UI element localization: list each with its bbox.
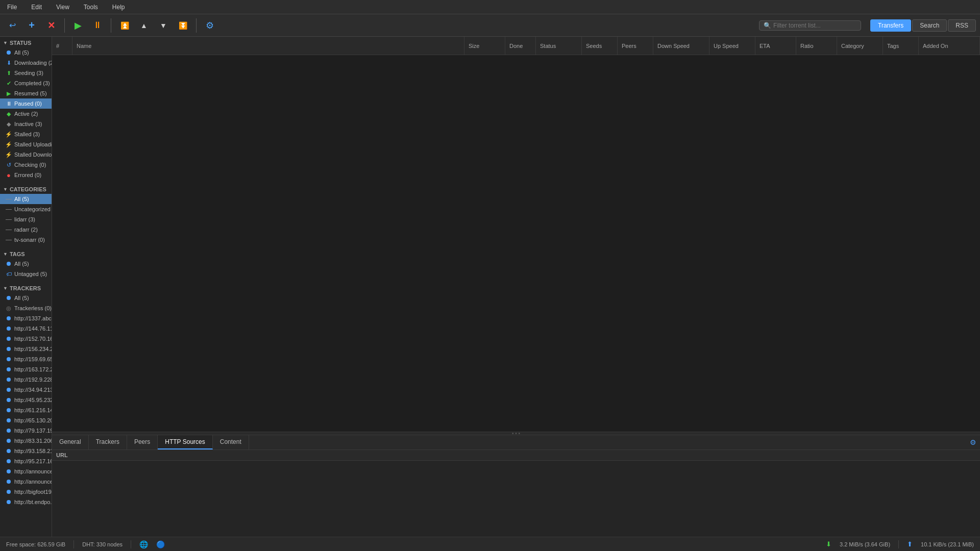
menu-file[interactable]: File — [4, 3, 20, 12]
up-speed-icon: ⬆ — [907, 540, 913, 548]
sidebar-item-cat-all[interactable]: — All (5) — [0, 194, 52, 204]
sidebar-item-tracker-13[interactable]: http://83.31.206... — [0, 436, 52, 446]
sidebar-item-inactive[interactable]: ◆ Inactive (3) — [0, 119, 52, 129]
sidebar-item-tracker-3[interactable]: http://152.70.16... — [0, 334, 52, 344]
sidebar-item-resumed[interactable]: ▶ Resumed (5) — [0, 88, 52, 98]
detail-tab-peers[interactable]: Peers — [127, 435, 158, 449]
col-header-name[interactable]: Name — [72, 37, 464, 55]
sidebar-item-tracker-1[interactable]: http://1337.abc... — [0, 313, 52, 323]
col-header-category[interactable]: Category — [837, 37, 883, 55]
sidebar-item-tracker-19[interactable]: http://bt.endpo... — [0, 497, 52, 507]
sidebar-item-stalled-upload[interactable]: ⚡ Stalled Uploadi... — [0, 139, 52, 149]
sidebar-item-inactive-label: Inactive (3) — [14, 121, 42, 127]
sidebar-item-paused[interactable]: ⏸ Paused (0) — [0, 98, 52, 109]
sidebar-item-tracker-11-label: http://65.130.20... — [14, 417, 52, 423]
menu-edit[interactable]: Edit — [28, 3, 45, 12]
col-header-size[interactable]: Size — [464, 37, 505, 55]
tracker-1-icon — [5, 315, 12, 322]
menu-tools[interactable]: Tools — [81, 3, 101, 12]
sidebar-item-completed[interactable]: ✔ Completed (3) — [0, 78, 52, 88]
sidebar-item-cat-tvsonarr[interactable]: — tv-sonarr (0) — [0, 235, 52, 245]
menu-view[interactable]: View — [53, 3, 72, 12]
pause-button[interactable]: ⏸ — [89, 17, 106, 34]
add-torrent-button[interactable]: + — [23, 17, 40, 34]
sidebar-item-tag-all[interactable]: All (5) — [0, 259, 52, 269]
sidebar-item-seeding[interactable]: ⬆ Seeding (3) — [0, 68, 52, 78]
sidebar-item-tracker-8[interactable]: http://34.94.213... — [0, 385, 52, 395]
detail-tab-trackers[interactable]: Trackers — [89, 435, 127, 449]
tracker-15-icon — [5, 458, 12, 465]
move-down-button[interactable]: ▼ — [155, 17, 172, 34]
sidebar-item-tracker-12[interactable]: http://79.137.19... — [0, 425, 52, 436]
detail-tab-http-sources[interactable]: HTTP Sources — [158, 435, 212, 449]
inactive-icon: ◆ — [5, 120, 12, 128]
col-header-done[interactable]: Done — [505, 37, 536, 55]
remove-torrent-button[interactable]: ✕ — [43, 17, 59, 34]
tags-section-header[interactable]: ▼ TAGS — [0, 248, 52, 259]
status-section-header[interactable]: ▼ STATUS — [0, 37, 52, 47]
tracker-8-icon — [5, 386, 12, 393]
tag-all-icon — [5, 260, 12, 267]
categories-section-header[interactable]: ▼ CATEGORIES — [0, 183, 52, 194]
sidebar-item-stalled-download[interactable]: ⚡ Stalled Downlo... — [0, 149, 52, 160]
sidebar-item-tracker-6[interactable]: http://163.172.2... — [0, 364, 52, 374]
sidebar-item-tracker-15[interactable]: http://95.217.16... — [0, 456, 52, 466]
sidebar-item-tracker-17[interactable]: http://announce... — [0, 477, 52, 487]
trackers-section-header[interactable]: ▼ TRACKERS — [0, 282, 52, 293]
sidebar-item-trackerless[interactable]: ◎ Trackerless (0) — [0, 303, 52, 313]
detail-settings-icon[interactable]: ⚙ — [966, 435, 980, 449]
sidebar-item-checking[interactable]: ↺ Checking (0) — [0, 160, 52, 170]
col-header-addedon[interactable]: Added On — [919, 37, 980, 55]
detail-tab-spacer — [249, 435, 966, 449]
sidebar-item-cat-radarr[interactable]: — radarr (2) — [0, 224, 52, 235]
sidebar-item-tracker-14[interactable]: http://93.158.21... — [0, 446, 52, 456]
move-bottom-button[interactable]: ⏬ — [175, 17, 191, 34]
sidebar-item-tracker-5[interactable]: http://159.69.65... — [0, 354, 52, 364]
filter-input[interactable] — [773, 22, 850, 29]
col-header-num[interactable]: # — [52, 37, 72, 55]
menu-help[interactable]: Help — [109, 3, 128, 12]
sidebar-item-cat-uncategorized[interactable]: — Uncategorized (0) — [0, 204, 52, 214]
col-header-tags[interactable]: Tags — [883, 37, 919, 55]
dht-nodes: DHT: 330 nodes — [82, 541, 122, 547]
col-header-eta[interactable]: ETA — [755, 37, 796, 55]
settings-button[interactable]: ⚙ — [202, 17, 218, 34]
sidebar-item-tracker-16[interactable]: http://announce... — [0, 466, 52, 477]
sidebar-item-tracker-10[interactable]: http://61.216.14... — [0, 405, 52, 415]
sidebar-item-tracker-4[interactable]: http://156.234.2... — [0, 344, 52, 354]
sidebar-item-errored[interactable]: ● Errored (0) — [0, 170, 52, 180]
sidebar-item-tracker-9[interactable]: http://45.95.232... — [0, 395, 52, 405]
detail-tab-content[interactable]: Content — [213, 435, 249, 449]
tab-transfers[interactable]: Transfers — [870, 19, 911, 32]
sidebar-item-tracker-1-label: http://1337.abc... — [14, 315, 52, 321]
move-top-button[interactable]: ⏫ — [116, 17, 133, 34]
col-header-peers[interactable]: Peers — [618, 37, 653, 55]
sidebar-item-tracker-2[interactable]: http://144.76.11... — [0, 323, 52, 334]
resume-button[interactable]: ▶ — [70, 17, 86, 34]
sidebar-item-tracker-18[interactable]: http://bigfoot19... — [0, 487, 52, 497]
col-header-upspeed[interactable]: Up Speed — [709, 37, 755, 55]
col-header-status[interactable]: Status — [536, 37, 582, 55]
sidebar-item-stalled[interactable]: ⚡ Stalled (3) — [0, 129, 52, 139]
tracker-5-icon — [5, 356, 12, 363]
sidebar-item-tracker-5-label: http://159.69.65... — [14, 356, 52, 362]
back-button[interactable]: ↩ — [4, 17, 20, 34]
tab-rss[interactable]: RSS — [948, 19, 976, 32]
col-header-seeds[interactable]: Seeds — [582, 37, 618, 55]
sidebar-item-all[interactable]: All (5) — [0, 47, 52, 58]
sidebar-item-tracker-11[interactable]: http://65.130.20... — [0, 415, 52, 425]
sidebar-item-tag-untagged[interactable]: 🏷 Untagged (5) — [0, 269, 52, 279]
detail-tab-general[interactable]: General — [52, 435, 89, 449]
move-up-button[interactable]: ▲ — [136, 17, 152, 34]
sidebar-item-active[interactable]: ◆ Active (2) — [0, 109, 52, 119]
cat-lidarr-icon: — — [5, 216, 12, 223]
status-section-label: STATUS — [10, 40, 31, 46]
sidebar-item-cat-lidarr[interactable]: — lidarr (3) — [0, 214, 52, 224]
col-header-ratio[interactable]: Ratio — [796, 37, 837, 55]
tracker-4-icon — [5, 345, 12, 353]
sidebar-item-tracker-all[interactable]: All (5) — [0, 293, 52, 303]
sidebar-item-downloading[interactable]: ⬇ Downloading (2) — [0, 58, 52, 68]
tab-search[interactable]: Search — [912, 19, 947, 32]
col-header-downspeed[interactable]: Down Speed — [653, 37, 709, 55]
sidebar-item-tracker-7[interactable]: http://192.9.228... — [0, 374, 52, 385]
